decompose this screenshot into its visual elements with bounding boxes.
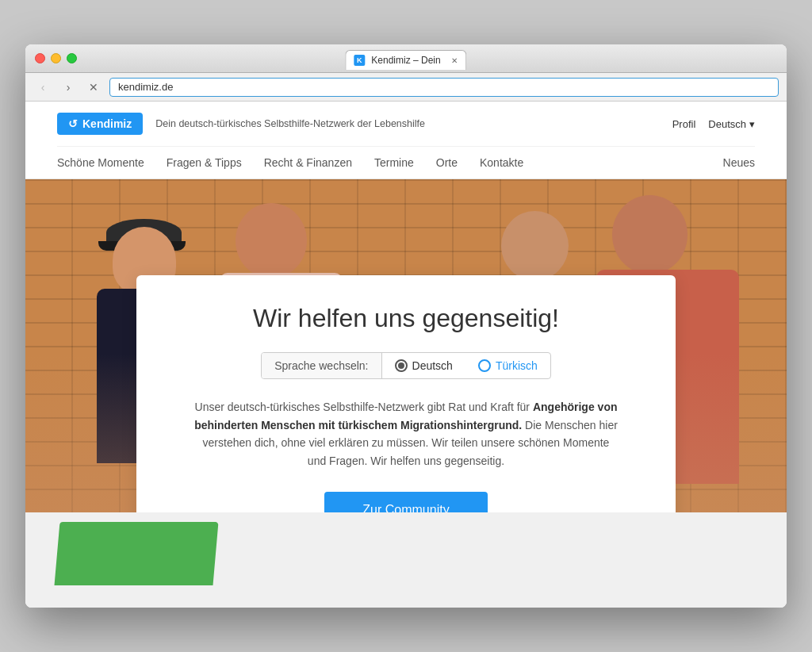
language-switcher[interactable]: Sprache wechseln: Deutsch Türkisch: [261, 352, 551, 379]
radio-deutsch-icon: [395, 359, 408, 372]
brand-area: ↺ Kendimiz Dein deutsch-türkisches Selbs…: [57, 113, 425, 135]
lang-option-deutsch[interactable]: Deutsch: [382, 353, 465, 378]
header-right: Profil Deutsch ▾: [672, 118, 755, 130]
radio-tuerkisch-icon: [478, 359, 491, 372]
nav-item-termine[interactable]: Termine: [374, 156, 414, 169]
lang-deutsch-label: Deutsch: [412, 359, 453, 372]
head: [236, 203, 307, 278]
lang-option-tuerkisch[interactable]: Türkisch: [465, 353, 550, 378]
language-label: Deutsch: [708, 118, 746, 130]
hero-title: Wir helfen uns gegenseitig!: [174, 304, 638, 333]
browser-tab[interactable]: K Kendimiz – Dein ✕: [345, 50, 466, 70]
nav-item-recht-finanzen[interactable]: Recht & Finanzen: [264, 156, 352, 169]
profil-link[interactable]: Profil: [672, 118, 696, 130]
lang-tuerkisch-label: Türkisch: [496, 359, 538, 372]
hero-description: Unser deutsch-türkisches Selbsthilfe-Net…: [192, 398, 620, 470]
title-bar: K Kendimiz – Dein ✕: [25, 44, 787, 73]
tab-favicon: K: [354, 55, 365, 66]
site-header: ↺ Kendimiz Dein deutsch-türkisches Selbs…: [25, 102, 787, 179]
site-content: ↺ Kendimiz Dein deutsch-türkisches Selbs…: [25, 102, 787, 608]
close-button[interactable]: [35, 53, 45, 63]
browser-window: K Kendimiz – Dein ✕ ‹ › ✕ ↺ Kendimiz Dei…: [25, 44, 787, 608]
brand-tagline: Dein deutsch-türkisches Selbsthilfe-Netz…: [155, 118, 425, 129]
nav-bar: Schöne Momente Fragen & Tipps Recht & Fi…: [57, 147, 755, 178]
forward-button[interactable]: ›: [59, 78, 78, 97]
nav-item-orte[interactable]: Orte: [436, 156, 458, 169]
header-top: ↺ Kendimiz Dein deutsch-türkisches Selbs…: [57, 102, 755, 147]
nav-item-kontakte[interactable]: Kontakte: [480, 156, 523, 169]
hero-section: Wir helfen uns gegenseitig! Sprache wech…: [25, 179, 787, 512]
dropdown-arrow-icon: ▾: [749, 118, 755, 130]
cta-button[interactable]: Zur Community: [324, 492, 487, 512]
traffic-lights: [35, 53, 77, 63]
nav-neues[interactable]: Neues: [723, 156, 755, 169]
address-bar: ‹ › ✕: [25, 73, 787, 102]
brand-icon: ↺: [68, 117, 78, 130]
tab-title: Kendimiz – Dein: [371, 55, 440, 66]
nav-item-schone-momente[interactable]: Schöne Momente: [57, 156, 144, 169]
hero-card: Wir helfen uns gegenseitig! Sprache wech…: [136, 275, 676, 512]
maximize-button[interactable]: [67, 53, 77, 63]
brand-name: Kendimiz: [82, 117, 132, 130]
back-button[interactable]: ‹: [33, 78, 52, 97]
tab-close-icon[interactable]: ✕: [449, 55, 460, 66]
reload-button[interactable]: ✕: [84, 78, 103, 97]
bottom-section: [25, 512, 787, 608]
lang-switch-label: Sprache wechseln:: [262, 353, 381, 378]
body-text-pre: Unser deutsch-türkisches Selbsthilfe-Net…: [195, 401, 533, 413]
url-input[interactable]: [109, 78, 779, 97]
nav-item-fragen-tipps[interactable]: Fragen & Tipps: [167, 156, 242, 169]
brand-logo[interactable]: ↺ Kendimiz: [57, 113, 143, 135]
head: [612, 195, 688, 274]
head: [501, 211, 569, 281]
minimize-button[interactable]: [51, 53, 61, 63]
nav-links: Schöne Momente Fragen & Tipps Recht & Fi…: [57, 156, 523, 169]
tab-bar: K Kendimiz – Dein ✕: [345, 48, 466, 68]
language-selector[interactable]: Deutsch ▾: [708, 118, 755, 130]
green-decorative-shape: [55, 522, 219, 585]
